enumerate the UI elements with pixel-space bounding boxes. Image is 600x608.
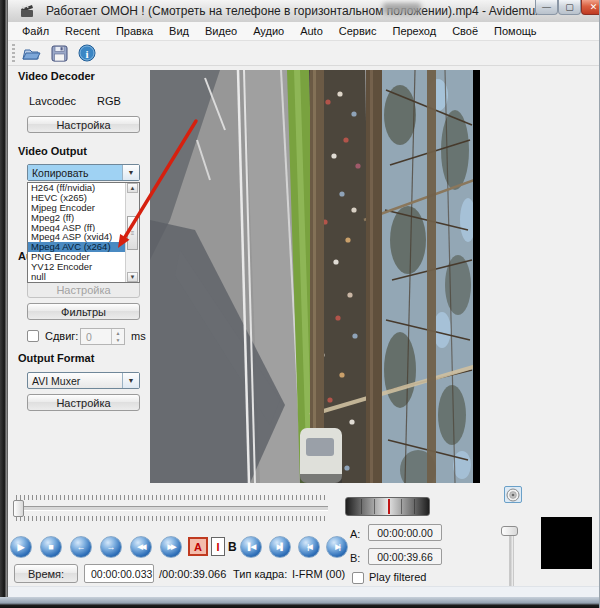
audio-filters-button[interactable]: Фильтры: [27, 303, 140, 320]
marker-b-label: B:: [350, 552, 360, 564]
codec-option[interactable]: Mpeg4 ASP (ff): [28, 223, 129, 233]
codec-option[interactable]: null: [28, 272, 129, 282]
title-bar: Работает ОМОН ! (Смотреть на телефоне в …: [8, 0, 600, 23]
codec-option[interactable]: YV12 Encoder: [28, 262, 129, 272]
shift-unit-label: ms: [131, 330, 146, 342]
menu-item-custom[interactable]: Своё: [444, 25, 486, 37]
play-filtered-checkbox[interactable]: [352, 572, 364, 584]
goto-marker-a-button[interactable]: ▌◀: [240, 536, 262, 558]
current-time-field[interactable]: 00:00:00.033: [84, 564, 154, 583]
minimize-button[interactable]: —: [535, 0, 558, 15]
output-format-heading: Output Format: [18, 352, 94, 364]
audio-meter-panel: [541, 517, 592, 569]
menu-bar: Файл Recent Правка Вид Видео Аудио Auto …: [8, 22, 600, 41]
frame-a-toggle[interactable]: A: [188, 537, 208, 556]
blurred-region: [383, 3, 421, 14]
marker-a-time-field[interactable]: 00:00:00.00: [368, 524, 442, 541]
frame-type-value: I-FRM (00): [292, 568, 345, 580]
list-scrollbar[interactable]: ▲ ≡ ▼: [125, 183, 139, 282]
menu-item-view[interactable]: Вид: [161, 25, 197, 37]
shift-value: 0: [81, 329, 111, 344]
prev-keyframe-button[interactable]: ◀◀: [130, 536, 152, 558]
next-frame-button[interactable]: →: [100, 536, 122, 558]
menu-item-file[interactable]: Файл: [14, 25, 57, 37]
shift-spinbox[interactable]: 0 ▲ ▼: [80, 328, 125, 345]
svg-text:i: i: [85, 48, 88, 60]
menu-item-video[interactable]: Видео: [197, 25, 245, 37]
codec-option[interactable]: PNG Encoder: [28, 252, 129, 262]
scrollbar-thumb[interactable]: ≡: [127, 216, 138, 250]
marker-b-time-field[interactable]: 00:00:39.66: [368, 548, 442, 565]
scroll-down-icon[interactable]: ▼: [127, 272, 138, 282]
video-output-heading: Video Output: [18, 145, 87, 157]
video-output-combo[interactable]: Копировать ▼: [27, 164, 140, 181]
spinner-arrows[interactable]: ▲ ▼: [111, 329, 124, 344]
shift-checkbox[interactable]: [27, 330, 39, 342]
decoder-mode-label: RGB: [97, 95, 121, 107]
video-decoder-configure-button[interactable]: Настройка: [27, 116, 140, 133]
toolbar-gripper: [12, 44, 15, 62]
window-title: Работает ОМОН ! (Смотреть на телефоне в …: [46, 4, 541, 18]
timeline-ticks-bottom: [16, 516, 328, 521]
first-frame-button[interactable]: |◀: [298, 536, 320, 558]
last-frame-button[interactable]: ▶|: [326, 536, 348, 558]
left-edge-strip: [0, 0, 8, 608]
codec-dropdown-list: H264 (ff/nvidia) HEVC (x265) Mjpeg Encod…: [27, 182, 140, 283]
total-time-label: /00:00:39.066: [159, 568, 226, 580]
jog-wheel[interactable]: [345, 497, 430, 516]
speaker-icon[interactable]: [504, 486, 522, 503]
frame-type-label: Тип кадра:: [233, 568, 287, 580]
audio-configure-button: Настройка: [27, 281, 140, 298]
output-format-combo[interactable]: AVI Muxer ▼: [27, 372, 140, 389]
goto-marker-b-button[interactable]: ▶▌: [269, 536, 291, 558]
decoder-engine-label: Lavcodec: [29, 95, 76, 107]
save-file-icon[interactable]: [48, 43, 70, 63]
jog-center-mark: [388, 499, 390, 514]
marker-a-label: A:: [350, 528, 360, 540]
menu-item-recent[interactable]: Recent: [57, 25, 108, 37]
chevron-down-icon[interactable]: ▼: [122, 165, 139, 180]
avidemux-window: Работает ОМОН ! (Смотреть на телефоне в …: [0, 0, 600, 608]
video-decoder-heading: Video Decoder: [18, 70, 95, 82]
time-mode-button[interactable]: Время:: [14, 564, 78, 583]
video-output-combo-value: Копировать: [28, 165, 122, 180]
menu-item-audio[interactable]: Аудио: [245, 25, 292, 37]
codec-option-selected[interactable]: Mpeg4 AVC (x264): [28, 242, 129, 252]
output-format-combo-value: AVI Muxer: [28, 373, 122, 388]
timeline-track[interactable]: [16, 506, 328, 511]
codec-option[interactable]: Mjpeg Encoder: [28, 203, 129, 213]
bottom-window-border: [0, 597, 600, 608]
intra-frame-button[interactable]: I: [211, 537, 225, 556]
volume-handle[interactable]: [501, 526, 518, 536]
timeline-ticks-top: [16, 495, 328, 500]
codec-option[interactable]: Mpeg2 (ff): [28, 213, 129, 223]
b-frame-button[interactable]: B: [228, 540, 237, 554]
chevron-down-icon[interactable]: ▼: [122, 373, 139, 388]
menu-item-edit[interactable]: Правка: [108, 25, 161, 37]
stop-button[interactable]: ■: [40, 536, 62, 558]
maximize-button[interactable]: ▢: [558, 0, 581, 15]
menu-item-auto[interactable]: Auto: [292, 25, 331, 37]
open-file-icon[interactable]: [20, 43, 42, 63]
prev-frame-button[interactable]: ←: [70, 536, 92, 558]
close-button[interactable]: ✕: [581, 0, 600, 15]
spin-up-icon[interactable]: ▲: [112, 329, 124, 337]
next-keyframe-button[interactable]: ▶▶: [160, 536, 182, 558]
video-preview: [150, 70, 480, 483]
menu-item-help[interactable]: Помощь: [486, 25, 545, 37]
info-icon[interactable]: i: [76, 43, 98, 63]
shift-label: Сдвиг:: [45, 330, 78, 342]
codec-option[interactable]: HEVC (x265): [28, 193, 129, 203]
output-format-configure-button[interactable]: Настройка: [27, 394, 140, 411]
codec-option[interactable]: Mpeg4 ASP (xvid4): [28, 232, 129, 242]
play-button[interactable]: ▶: [10, 536, 32, 558]
menu-item-go[interactable]: Переход: [384, 25, 444, 37]
scroll-up-icon[interactable]: ▲: [127, 183, 138, 193]
spin-down-icon[interactable]: ▼: [112, 337, 124, 345]
black-bar: [473, 70, 480, 483]
video-frame: [150, 70, 480, 483]
app-icon: [20, 4, 35, 18]
codec-option[interactable]: H264 (ff/nvidia): [28, 183, 129, 193]
timeline-handle[interactable]: [13, 500, 24, 517]
menu-item-tools[interactable]: Сервис: [331, 25, 385, 37]
